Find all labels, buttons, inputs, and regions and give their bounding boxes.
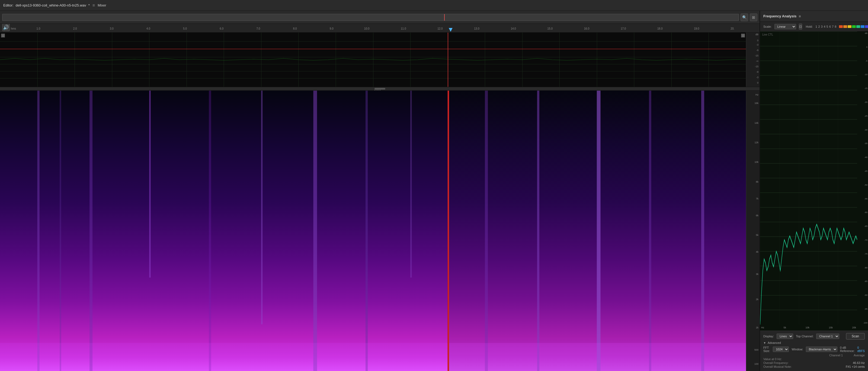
db-ref-value: 0 dBFS: [857, 346, 865, 352]
ruler-nav-button[interactable]: 🔊: [2, 24, 10, 31]
value-at-hz-row: Value at 0 Hz:: [763, 358, 865, 361]
transport-icons: 🔍 ⊞: [741, 13, 757, 21]
scroll-divider[interactable]: • • • • •: [0, 87, 760, 91]
svg-rect-9: [366, 91, 368, 371]
right-panel: Frequency Analysis ≡ Scale: Linear Logar…: [760, 11, 868, 371]
db-axis-n70: -70: [857, 239, 867, 241]
hold-6[interactable]: 6: [829, 25, 831, 28]
hold-numbers: 1 2 3 4 5 6 7 8: [815, 25, 836, 28]
db-axis-n5: -5: [857, 60, 867, 62]
advanced-toggle[interactable]: ▼ Advanced: [763, 341, 865, 344]
overall-freq-row: Overall Frequency: 46.63 Hz: [763, 361, 865, 365]
scale-label: Scale:: [763, 25, 772, 28]
value-at-hz-label: Value at 0 Hz:: [763, 358, 816, 361]
svg-rect-8: [313, 91, 317, 371]
x-hz-label: Hz: [761, 326, 764, 329]
fft-size-label: FFT Size:: [763, 346, 770, 352]
fft-size-select[interactable]: 256 512 1024 2048 4096: [773, 347, 789, 352]
hold-3[interactable]: 3: [821, 25, 823, 28]
expand-icon: ⊡: [799, 25, 802, 28]
svg-rect-4: [90, 91, 92, 371]
modified-indicator: *: [88, 3, 90, 7]
svg-rect-14: [649, 91, 651, 371]
hold-color-1: [839, 25, 843, 28]
display-row: Display: Lines Bars Area Top Channel: Ch…: [763, 333, 865, 340]
svg-rect-6: [209, 91, 211, 371]
scroll-handle[interactable]: • • • • •: [374, 88, 385, 90]
zoom-icon-btn[interactable]: 🔍: [741, 13, 748, 21]
db-axis-n90: -90: [857, 294, 867, 296]
file-name: dell-xps13-9360-coil_whine-A00-n5-tn25.w…: [16, 3, 86, 7]
svg-rect-2: [37, 91, 39, 371]
svg-rect-12: [537, 91, 539, 371]
ruler-5: 5.0: [183, 27, 187, 30]
hold-7[interactable]: 7: [832, 25, 834, 28]
window-select[interactable]: Hann Hamming Blackman-Harris Flat Top: [806, 347, 837, 352]
hold-4[interactable]: 4: [824, 25, 826, 28]
db-scale-n15b: -15: [755, 65, 758, 68]
hold-5[interactable]: 5: [827, 25, 828, 28]
expand-button[interactable]: ⊡: [799, 24, 802, 30]
svg-rect-0: [0, 91, 448, 371]
db-scale-n9: -9: [756, 49, 758, 52]
ruler-18: 18.0: [657, 27, 662, 30]
top-channel-label: Top Channel:: [796, 335, 813, 338]
timeline-ruler[interactable]: 🔊 hms 1.0 2.0 3.0 4.0 5.0 6.0 7.0 8.0 9.…: [0, 24, 760, 33]
ruler-1: 1.0: [37, 27, 40, 30]
db-ref-label: 0 dB Reference:: [840, 346, 855, 352]
ruler-12: 12.0: [437, 27, 442, 30]
db-axis-n100: -100: [857, 322, 867, 324]
svg-rect-18: [448, 91, 449, 371]
title-bar: Editor: dell-xps13-9360-coil_whine-A00-n…: [0, 0, 868, 11]
grid-icon-btn[interactable]: ⊞: [750, 13, 757, 21]
transport-track[interactable]: [2, 14, 739, 21]
waveform-container: ◻ ◻ dB 0 -3 -9 -15 -∞ -15 -9 -3 0: [0, 33, 760, 87]
freq-graph-container[interactable]: Live CTL: [760, 31, 868, 331]
db-axis-n30: -30: [857, 129, 867, 131]
db-scale-0: 0: [757, 39, 758, 42]
db-axis-db: dB: [857, 32, 867, 34]
ruler-20: 20.: [731, 27, 734, 30]
spectrogram-container: Hz 16k 14k 12k 10k 8k 7k 6k 5k 4k 3k 2k …: [0, 91, 760, 371]
waveform-main[interactable]: ◻ ◻: [0, 33, 746, 87]
ruler-17: 17.0: [621, 27, 626, 30]
ruler-8: 8.0: [293, 27, 297, 30]
freq-db-axis: dB 0 -5 -10 -15 -20 -25 -30 -35 -40 -45 …: [857, 31, 868, 324]
ruler-11: 11.0: [401, 27, 406, 30]
db-axis-n35: -35: [857, 142, 867, 145]
ruler-2: 2.0: [73, 27, 77, 30]
db-axis-n60: -60: [857, 211, 867, 213]
overall-freq-label: Overall Frequency:: [763, 361, 840, 365]
db-axis-n95: -95: [857, 308, 867, 310]
ruler-area: hms 1.0 2.0 3.0 4.0 5.0 6.0 7.0 8.0 9.0 …: [11, 24, 744, 31]
db-scale-0b: 0: [757, 81, 758, 84]
scale-select[interactable]: Linear Logarithmic: [774, 24, 796, 29]
db-scale-n3: -3: [756, 44, 758, 46]
mixer-tab[interactable]: Mixer: [98, 3, 106, 7]
display-select[interactable]: Lines Bars Area: [777, 334, 793, 339]
overall-freq-value: 46.63 Hz: [840, 361, 865, 365]
db-axis-n10: -10: [857, 73, 867, 76]
separator-icon[interactable]: ≡: [92, 3, 95, 8]
hz-7k: 7k: [756, 197, 758, 200]
svg-rect-16: [0, 343, 448, 371]
hold-color-bars: [839, 25, 868, 28]
waveform-playhead-line: [448, 33, 448, 87]
ruler-4: 4.0: [147, 27, 150, 30]
hold-1[interactable]: 1: [815, 25, 817, 28]
freq-menu-icon[interactable]: ≡: [799, 14, 801, 19]
db-axis-n85: -85: [857, 280, 867, 283]
spectrogram-main[interactable]: [0, 91, 746, 371]
hz-1k: 1k: [756, 326, 758, 329]
hold-8[interactable]: 8: [835, 25, 836, 28]
hz-8k: 8k: [756, 180, 758, 183]
freq-analysis-title: Frequency Analysis: [763, 14, 797, 18]
hz-12k: 12k: [754, 141, 758, 144]
hz-16k: 16k: [754, 102, 758, 105]
hz-6k: 6k: [756, 214, 758, 217]
scan-button[interactable]: Scan: [846, 333, 865, 340]
ruler-hms: hms: [11, 27, 16, 30]
hold-2[interactable]: 2: [818, 25, 820, 28]
zoom-icon: 🔍: [742, 15, 747, 20]
top-channel-select[interactable]: Channel 1 Channel 2: [816, 334, 839, 339]
